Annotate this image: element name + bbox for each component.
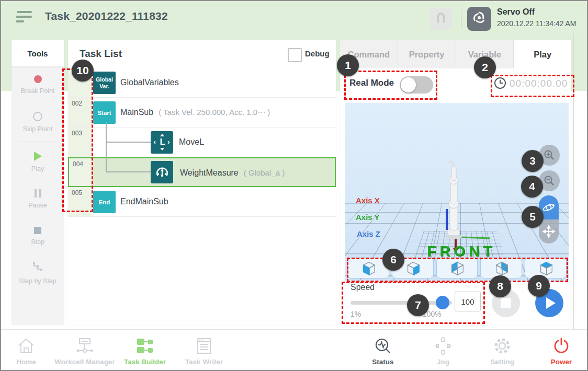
callout-badge-3: 3	[522, 150, 544, 172]
tools-panel-title: Tools	[12, 40, 64, 66]
page-title: Task_20201222_111832	[45, 10, 168, 22]
servo-status-button[interactable]	[467, 7, 491, 31]
task-list-title: Task List	[80, 48, 122, 60]
callout-badge-1: 1	[337, 54, 359, 76]
pause-label: Pause	[28, 202, 47, 209]
start-badge-icon: Start	[93, 101, 116, 124]
toggle-knob	[401, 77, 416, 92]
row-number: 003	[68, 127, 92, 157]
task-row-name: MoveL	[179, 127, 204, 157]
weight-measure-icon	[151, 161, 173, 183]
servo-status-label: Servo Off	[497, 7, 535, 17]
pause-icon	[35, 189, 41, 198]
break-point-label: Break Point	[21, 87, 55, 95]
tree-connector-vertical	[106, 122, 107, 172]
speed-value-input[interactable]	[455, 292, 481, 311]
skip-point-button[interactable]: Skip Point	[12, 103, 64, 141]
task-writer-icon	[165, 336, 243, 356]
move-linear-icon: ‹L›	[151, 131, 173, 154]
row-number: 002	[68, 98, 92, 127]
real-mode-label: Real Mode	[349, 78, 394, 88]
play-label: Play	[31, 165, 44, 172]
nav-task-writer[interactable]: Task Writer	[165, 336, 243, 366]
callout-badge-5: 5	[522, 206, 544, 228]
task-row-mainsub[interactable]: 002 Start MainSub( Task Vel. 250.000, Ac…	[68, 98, 336, 127]
step-by-step-icon	[32, 262, 43, 273]
callout-badge-6: 6	[382, 249, 404, 271]
speed-slider-thumb[interactable]	[436, 296, 449, 309]
break-point-button[interactable]: Break Point	[12, 66, 64, 103]
real-mode-toggle[interactable]	[400, 76, 433, 94]
callout-badge-2: 2	[474, 56, 496, 78]
axis-z-label: Axis Z	[357, 229, 380, 238]
view-cube-left-button[interactable]	[436, 258, 478, 279]
task-row-detail: ( Global_a )	[244, 168, 285, 177]
task-row-name: EndMainSub	[120, 187, 168, 217]
view-cube-back-icon	[492, 260, 510, 276]
task-list-header: Task List Debug	[68, 40, 336, 68]
hamburger-menu-icon[interactable]	[16, 11, 33, 24]
panel-right-edge	[573, 33, 574, 329]
gripper-button[interactable]	[430, 8, 452, 30]
play-icon	[34, 152, 42, 161]
stop-icon	[34, 227, 41, 234]
tab-property[interactable]: Property	[398, 40, 456, 68]
task-row-endmainsub[interactable]: 005 End EndMainSub	[68, 187, 336, 217]
clock-icon	[494, 77, 506, 91]
play-timer: 00:00:00.00	[510, 78, 568, 89]
task-row-name: MainSub( Task Vel. 250.000, Acc. 1.0⋯ )	[120, 98, 270, 127]
nav-power[interactable]: Power	[522, 336, 588, 366]
topbar-divider	[461, 9, 461, 29]
end-badge-icon: End	[93, 191, 116, 213]
stop-label: Stop	[31, 238, 44, 246]
step-by-step-button[interactable]: Step by Step	[12, 254, 64, 292]
global-var-badge-icon: Global Var.	[93, 72, 116, 94]
task-row-detail: ( Task Vel. 250.000, Acc. 1.0⋯ )	[159, 108, 270, 117]
callout-badge-10: 10	[72, 60, 94, 82]
view-cube-top-icon	[537, 260, 555, 276]
view-cube-top-button[interactable]	[525, 258, 567, 279]
task-row-name: WeightMeasure( Global_a )	[180, 158, 285, 188]
debug-label: Debug	[305, 49, 330, 58]
callout-badge-4: 4	[521, 176, 543, 198]
zoom-in-icon	[543, 149, 556, 161]
tab-play[interactable]: Play	[514, 40, 571, 68]
rotate-view-icon	[542, 201, 556, 214]
stop-square-icon	[501, 298, 511, 308]
axis-x-label: Axis X	[356, 196, 380, 205]
task-row-globalvariables[interactable]: 001 Global Var. GlobalVariables	[68, 68, 336, 98]
view-cube-front-icon	[359, 260, 377, 276]
servo-swirl-icon	[470, 9, 488, 29]
robot-arm-graphic	[419, 160, 497, 254]
tools-divider	[19, 142, 56, 142]
break-point-icon	[34, 75, 42, 83]
play-triangle-icon	[546, 297, 556, 309]
pause-tool-button[interactable]: Pause	[12, 180, 64, 217]
callout-badge-7: 7	[407, 294, 429, 316]
debug-checkbox[interactable]	[288, 48, 302, 62]
axis-y-label: Axis Y	[356, 213, 380, 222]
power-icon	[522, 336, 588, 356]
tree-connector-row3	[106, 142, 151, 143]
task-list-panel: Task List Debug 001 Global Var. GlobalVa…	[68, 40, 336, 325]
step-by-step-label: Step by Step	[19, 277, 56, 285]
stop-tool-button[interactable]: Stop	[12, 217, 64, 254]
callout-badge-9: 9	[528, 275, 550, 297]
tree-connector-row4	[106, 171, 151, 172]
skip-point-label: Skip Point	[23, 125, 52, 133]
task-rows: 001 Global Var. GlobalVariables 002 Star…	[68, 68, 336, 219]
view-cube-right-icon	[404, 260, 422, 276]
zoom-out-icon	[543, 175, 556, 187]
app-window: Task_20201222_111832 Servo Off 2020.12.2…	[0, 0, 588, 371]
datetime-label: 2020.12.22 11:34:42 AM	[497, 19, 576, 28]
speed-label: Speed	[350, 283, 375, 292]
task-row-name: GlobalVariables	[120, 68, 179, 98]
pan-view-button[interactable]	[539, 219, 559, 244]
view-cube-left-icon	[448, 260, 466, 276]
row-number: 004	[69, 158, 93, 186]
play-tool-button[interactable]: Play	[12, 143, 64, 180]
callout-badge-8: 8	[489, 275, 511, 297]
gripper-icon	[433, 10, 449, 28]
speed-min-label: 1%	[350, 310, 361, 318]
tools-panel: Tools Break Point Skip Point Play Pause …	[12, 40, 64, 325]
